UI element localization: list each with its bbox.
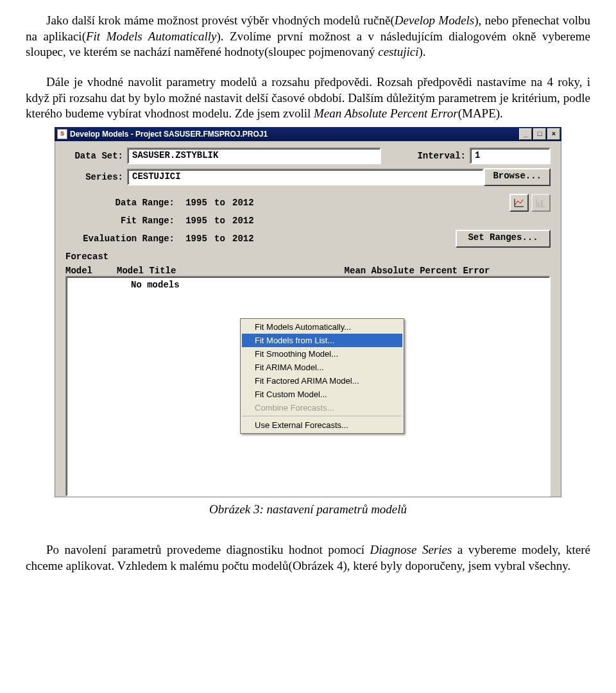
chart-icon-button-1[interactable] <box>509 194 529 212</box>
svg-rect-1 <box>541 200 543 207</box>
menu-external-forecasts[interactable]: Use External Forecasts... <box>242 418 402 432</box>
fit-range-label: Fit Range: <box>65 216 178 226</box>
window-titlebar: S Develop Models - Project SASUSER.FMSPR… <box>55 127 561 141</box>
paragraph-3: Po navolení parametrů provedeme diagnost… <box>26 542 590 574</box>
svg-rect-0 <box>538 202 540 207</box>
menu-fit-from-list[interactable]: Fit Models from List... <box>242 334 402 347</box>
model-table-header: Model Model Title Mean Absolute Percent … <box>65 266 551 276</box>
forecast-label: Forecast <box>65 252 551 262</box>
no-models-text: No models <box>131 280 180 290</box>
chart-icon-button-2[interactable] <box>531 194 551 212</box>
menu-fit-factored-arima[interactable]: Fit Factored ARIMA Model... <box>242 374 402 388</box>
paragraph-2: Dále je vhodné navolit parametry modelů … <box>26 74 590 122</box>
menu-fit-arima[interactable]: Fit ARIMA Model... <box>242 361 402 374</box>
menu-fit-custom[interactable]: Fit Custom Model... <box>242 388 402 401</box>
figure-caption: Obrázek 3: nastavení parametrů modelů <box>26 502 590 517</box>
set-ranges-button[interactable]: Set Ranges... <box>456 230 551 248</box>
interval-field[interactable]: 1 <box>470 148 551 164</box>
close-button[interactable]: × <box>547 128 560 140</box>
maximize-button[interactable]: □ <box>533 128 546 140</box>
minimize-button[interactable]: _ <box>519 128 532 140</box>
menu-combine-forecasts: Combine Forecasts... <box>242 401 402 415</box>
develop-models-dialog: S Develop Models - Project SASUSER.FMSPR… <box>55 127 561 497</box>
browse-button[interactable]: Browse... <box>484 168 551 186</box>
interval-label: Interval: <box>417 151 466 161</box>
data-set-field[interactable]: SASUSER.ZSTYBLIK <box>127 148 381 164</box>
data-range-label: Data Range: <box>65 198 178 208</box>
paragraph-1: Jako další krok máme možnost provést výb… <box>26 13 590 60</box>
menu-fit-smoothing[interactable]: Fit Smoothing Model... <box>242 347 402 361</box>
app-icon: S <box>57 129 67 139</box>
eval-range-label: Evaluation Range: <box>65 234 178 244</box>
series-field[interactable]: CESTUJICI <box>127 169 484 185</box>
data-set-label: Data Set: <box>65 151 127 161</box>
context-menu: Fit Models Automatically... Fit Models f… <box>240 318 404 434</box>
menu-separator <box>243 416 402 417</box>
window-title: Develop Models - Project SASUSER.FMSPROJ… <box>70 130 518 139</box>
series-label: Series: <box>65 172 127 182</box>
model-list[interactable]: No models Fit Models Automatically... Fi… <box>65 276 551 497</box>
menu-fit-auto[interactable]: Fit Models Automatically... <box>242 320 402 334</box>
